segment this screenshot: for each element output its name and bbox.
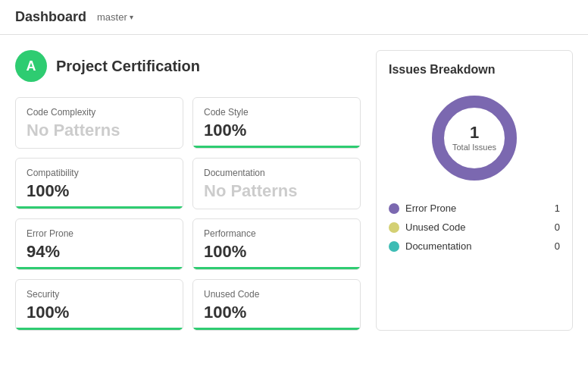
legend-dot xyxy=(389,203,399,214)
card-label: Compatibility xyxy=(27,168,172,178)
card-value: 100% xyxy=(27,181,172,201)
legend-item: Documentation 0 xyxy=(389,240,560,252)
issues-legend: Error Prone 1 Unused Code 0 Documentatio… xyxy=(389,203,560,252)
card-progress-bar xyxy=(193,267,360,269)
card-value: 100% xyxy=(204,242,349,262)
main-content: A Project Certification Code Complexity … xyxy=(0,35,588,346)
card-value: 94% xyxy=(27,242,172,262)
card-value: 100% xyxy=(204,121,349,140)
card-performance: Performance 100% xyxy=(192,218,361,270)
card-value: No Patterns xyxy=(204,181,349,201)
avatar: A xyxy=(15,50,47,82)
legend-dot xyxy=(389,222,399,233)
legend-item: Error Prone 1 xyxy=(389,203,560,214)
card-label: Code Complexity xyxy=(27,107,172,118)
card-documentation: Documentation No Patterns xyxy=(192,158,361,209)
cert-title: Project Certification xyxy=(56,58,200,75)
legend-count: 0 xyxy=(555,240,560,252)
card-security: Security 100% xyxy=(15,279,183,331)
legend-left: Unused Code xyxy=(389,221,466,233)
card-progress-bar xyxy=(16,267,173,269)
card-label: Code Style xyxy=(204,107,349,118)
card-code-style: Code Style 100% xyxy=(192,97,361,149)
cards-grid: Code Complexity No Patterns Code Style 1… xyxy=(15,97,361,331)
legend-left: Error Prone xyxy=(389,203,456,214)
card-value: 100% xyxy=(204,303,349,322)
issues-breakdown-panel: Issues Breakdown 1 Total Issues xyxy=(376,50,573,331)
card-progress-bar xyxy=(16,328,183,330)
branch-name: master xyxy=(97,11,127,23)
total-issues-label: Total Issues xyxy=(452,143,496,152)
card-progress-bar xyxy=(193,328,360,330)
legend-left: Documentation xyxy=(389,240,471,252)
legend-count: 1 xyxy=(555,203,560,214)
legend-item: Unused Code 0 xyxy=(389,221,560,233)
card-code-complexity: Code Complexity No Patterns xyxy=(15,97,183,149)
donut-center: 1 Total Issues xyxy=(452,124,496,152)
legend-label: Documentation xyxy=(405,240,471,252)
cert-header: A Project Certification xyxy=(15,50,361,82)
donut-container: 1 Total Issues xyxy=(389,89,560,187)
card-value: No Patterns xyxy=(27,121,172,140)
card-label: Documentation xyxy=(204,168,349,178)
card-progress-bar xyxy=(16,206,183,209)
card-compatibility: Compatibility 100% xyxy=(15,158,183,209)
card-label: Security xyxy=(27,289,172,300)
card-label: Error Prone xyxy=(27,228,172,239)
card-value: 100% xyxy=(27,303,172,322)
page-title: Dashboard xyxy=(15,9,86,25)
legend-count: 0 xyxy=(555,221,560,233)
total-issues-number: 1 xyxy=(452,124,496,141)
card-error-prone: Error Prone 94% xyxy=(15,218,183,270)
card-label: Performance xyxy=(204,228,349,239)
chevron-down-icon: ▾ xyxy=(130,13,133,21)
branch-selector[interactable]: master ▾ xyxy=(92,10,138,24)
legend-dot xyxy=(389,241,399,252)
donut-chart: 1 Total Issues xyxy=(425,89,524,187)
legend-label: Unused Code xyxy=(405,221,466,233)
header: Dashboard master ▾ xyxy=(0,0,588,35)
card-unused-code: Unused Code 100% xyxy=(192,279,361,331)
card-progress-bar xyxy=(193,146,360,148)
card-label: Unused Code xyxy=(204,289,349,300)
legend-label: Error Prone xyxy=(405,203,456,214)
left-panel: A Project Certification Code Complexity … xyxy=(15,50,361,331)
issues-title: Issues Breakdown xyxy=(389,63,560,77)
